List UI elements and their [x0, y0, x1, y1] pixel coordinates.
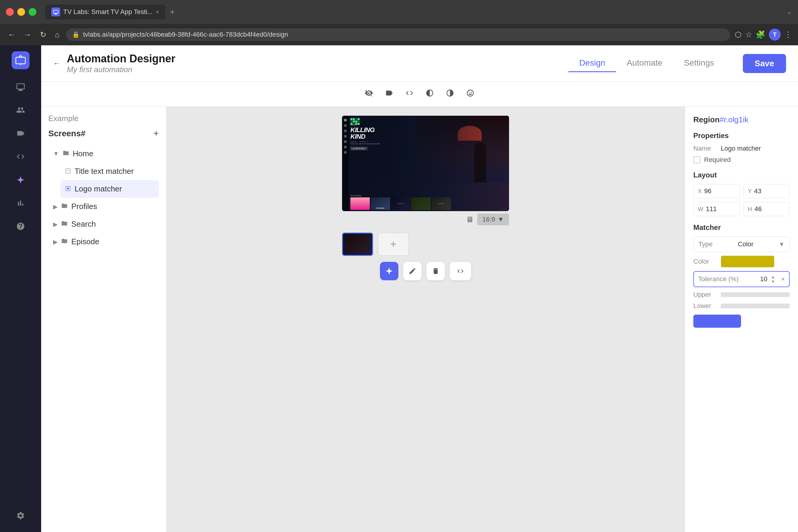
sidebar-item-help[interactable]	[10, 216, 31, 237]
stepper-down-icon[interactable]: ▼	[771, 280, 775, 284]
left-sidebar	[0, 45, 41, 532]
delete-toolbar-button[interactable]	[426, 262, 445, 280]
plus-icon: +	[390, 238, 396, 250]
color-label: Color	[693, 258, 717, 265]
clear-tolerance-button[interactable]: ×	[781, 275, 785, 283]
reload-button[interactable]: ↻	[38, 28, 48, 41]
required-checkbox[interactable]	[693, 156, 701, 164]
content-area: Example Screens# + ▼ Home	[41, 107, 798, 532]
screens-title: Screens#	[48, 129, 86, 138]
matcher-section: Matcher Type Color ▼ Color Tolerance (%)	[693, 223, 790, 328]
aspect-ratio-selector[interactable]: 16:9 ▼	[477, 213, 509, 225]
sidebar-item-tv[interactable]	[10, 76, 31, 97]
url-text: tvlabs.ai/app/projects/c46beab9-38fd-466…	[83, 31, 724, 38]
name-label: Name	[693, 145, 717, 152]
tree-item-label: Home	[73, 149, 93, 158]
contrast-left-icon[interactable]	[423, 87, 436, 102]
y-field: Y 43	[743, 184, 790, 198]
sidebar-item-code[interactable]	[10, 146, 31, 167]
sidebar-item-chart[interactable]	[10, 193, 31, 213]
tag-icon[interactable]	[383, 87, 396, 102]
example-label: Example	[48, 114, 159, 123]
folder-icon	[61, 237, 68, 246]
color-row: Color	[693, 255, 790, 267]
folder-icon	[61, 220, 68, 229]
y-label: Y	[748, 188, 752, 195]
contrast-right-icon[interactable]	[443, 87, 457, 102]
tab-expand-icon[interactable]: ⌄	[787, 8, 792, 16]
properties-section: Properties Name Logo matcher Required	[693, 132, 790, 164]
right-panel: Region#r.olg1ik Properties Name Logo mat…	[685, 107, 798, 532]
close-button[interactable]	[6, 8, 14, 16]
svg-point-6	[67, 188, 69, 190]
matcher-action-button[interactable]	[693, 315, 741, 328]
forward-nav-button[interactable]: →	[22, 28, 33, 41]
filmstrip-thumbnail[interactable]	[342, 233, 373, 256]
stepper-up-icon[interactable]: ▲	[771, 274, 775, 279]
tree-item-profiles[interactable]: ▶ Profiles	[48, 198, 159, 215]
sidebar-item-video[interactable]	[10, 123, 31, 144]
edit-toolbar-button[interactable]	[403, 262, 422, 280]
external-link-icon[interactable]: ⬡	[735, 30, 742, 39]
canvas-main: THE KILLINGKIND DRAMA · SERIES 1 Stalker…	[342, 116, 509, 280]
tree-item-logo-matcher[interactable]: Logo matcher	[60, 180, 159, 198]
back-nav-button[interactable]: ←	[6, 28, 17, 41]
filmstrip: +	[342, 233, 509, 256]
sidebar-item-users[interactable]	[10, 100, 31, 120]
app-logo[interactable]	[12, 51, 30, 69]
name-value: Logo matcher	[721, 145, 790, 152]
back-button[interactable]: ←	[53, 59, 61, 68]
user-avatar[interactable]: T	[769, 28, 781, 41]
h-field: H 46	[743, 202, 790, 216]
menu-icon[interactable]: ⋮	[784, 30, 792, 39]
layout-title: Layout	[693, 171, 790, 179]
code-toolbar-button[interactable]	[450, 262, 471, 280]
chevron-right-icon: ▶	[53, 221, 58, 228]
extensions-icon[interactable]: 🧩	[756, 30, 765, 39]
chevron-down-icon: ▼	[53, 150, 59, 157]
color-swatch[interactable]	[721, 255, 775, 267]
tree-item-label: Search	[71, 220, 96, 229]
tree-item-home[interactable]: ▼ Home	[48, 145, 159, 163]
tolerance-stepper[interactable]: ▲ ▼	[771, 274, 775, 284]
add-screen-button[interactable]: +	[153, 128, 159, 139]
tab-settings[interactable]: Settings	[673, 55, 725, 72]
lower-field: Lower	[693, 302, 790, 310]
w-field: W 111	[693, 202, 740, 216]
tree-item-search[interactable]: ▶ Search	[48, 215, 159, 233]
canvas-footer: 🖥 16:9 ▼	[342, 213, 509, 225]
tolerance-row: Tolerance (%) 10 ▲ ▼ ×	[693, 271, 790, 287]
svg-rect-0	[16, 57, 25, 64]
x-value: 96	[704, 187, 735, 195]
tab-design[interactable]: Design	[568, 55, 616, 72]
maximize-button[interactable]	[28, 8, 36, 16]
layout-section: Layout X 96 Y 43 W 111	[693, 171, 790, 216]
type-value: Color	[738, 240, 754, 248]
matcher-type-row[interactable]: Type Color ▼	[693, 236, 790, 252]
sidebar-item-settings[interactable]	[10, 505, 31, 526]
aspect-ratio-value: 16:9	[482, 215, 495, 223]
hide-icon[interactable]	[362, 87, 376, 102]
tree-item-title-text[interactable]: Title text matcher	[60, 163, 159, 180]
screens-panel: Example Screens# + ▼ Home	[41, 107, 166, 532]
save-button[interactable]: Save	[743, 54, 786, 73]
filmstrip-add-button[interactable]: +	[378, 233, 409, 256]
bookmark-icon[interactable]: ☆	[745, 30, 752, 39]
new-tab-button[interactable]: +	[166, 6, 178, 18]
sidebar-bottom	[10, 505, 31, 526]
active-tab[interactable]: TV Labs: Smart TV App Testi... ×	[45, 4, 165, 19]
tab-close-icon[interactable]: ×	[156, 8, 159, 16]
tab-favicon	[51, 7, 60, 16]
address-bar[interactable]: 🔒 tvlabs.ai/app/projects/c46beab9-38fd-4…	[66, 28, 730, 41]
sidebar-item-sparkles[interactable]	[10, 169, 31, 190]
chevron-down-icon: ▼	[497, 215, 504, 223]
face-icon[interactable]	[464, 87, 477, 102]
lower-label: Lower	[693, 302, 717, 310]
sparkles-toolbar-button[interactable]	[380, 262, 398, 280]
home-button[interactable]: ⌂	[53, 28, 61, 41]
browser-navbar: ← → ↻ ⌂ 🔒 tvlabs.ai/app/projects/c46beab…	[0, 24, 798, 45]
code-icon[interactable]	[403, 87, 416, 102]
tab-automate[interactable]: Automate	[616, 55, 673, 72]
minimize-button[interactable]	[17, 8, 25, 16]
tree-item-episode[interactable]: ▶ Episode	[48, 233, 159, 250]
